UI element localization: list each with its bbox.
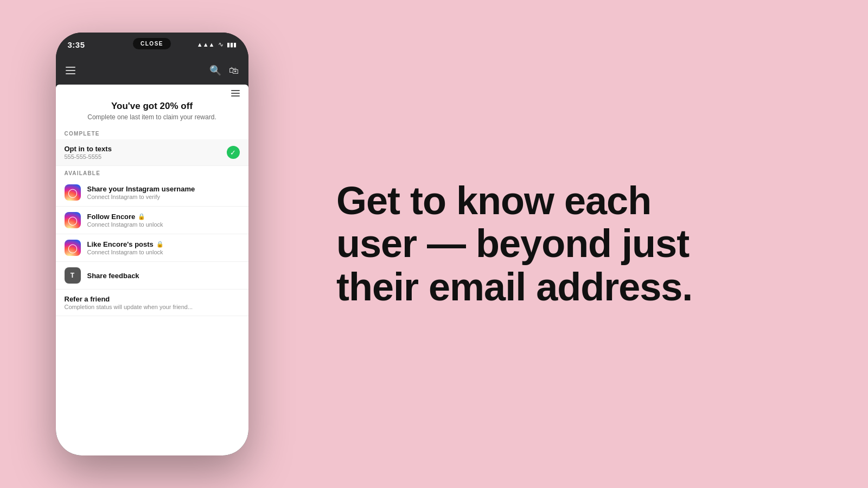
- available-section-label: AVAILABLE: [56, 166, 248, 179]
- item-text: Refer a friend Completion status will up…: [65, 295, 240, 310]
- item-title: Refer a friend: [65, 295, 110, 303]
- content-menu-row: [56, 85, 248, 99]
- list-item[interactable]: ◯ Follow Encore 🔒 Connect Instagram to u…: [56, 207, 248, 234]
- item-title: Follow Encore: [87, 213, 136, 221]
- reward-title: You've got 20% off: [69, 101, 235, 112]
- list-item[interactable]: ◯ Share your Instagram username Connect …: [56, 179, 248, 207]
- instagram-icon: ◯: [65, 212, 81, 228]
- hamburger-menu-icon[interactable]: [66, 67, 75, 74]
- item-text: Opt in to texts 555-555-5555: [65, 145, 220, 160]
- complete-section-label: COMPLETE: [56, 126, 248, 139]
- phone-content: You've got 20% off Complete one last ite…: [56, 85, 248, 455]
- status-bar: 3:35 CLOSE ▲▲▲ ∿ ▮▮▮: [56, 33, 248, 56]
- tagline-line2: user — beyond just: [336, 222, 689, 265]
- tagline-line3: their email address.: [336, 265, 692, 309]
- item-sub: 555-555-5555: [65, 153, 220, 160]
- bag-icon[interactable]: 🛍: [229, 65, 239, 76]
- item-title: Share your Instagram username: [87, 185, 195, 193]
- tagline-line1: Get to know each: [336, 179, 651, 222]
- lock-icon: 🔒: [156, 241, 164, 248]
- item-title-row: Refer a friend: [65, 295, 240, 303]
- instagram-icon: ◯: [65, 184, 81, 201]
- status-icons: ▲▲▲ ∿ ▮▮▮: [197, 41, 237, 48]
- tagline: Get to know each user — beyond just thei…: [336, 179, 692, 309]
- feedback-icon: T: [65, 267, 81, 284]
- right-panel: Get to know each user — beyond just thei…: [304, 147, 868, 341]
- phone-mockup: 3:35 CLOSE ▲▲▲ ∿ ▮▮▮ 🔍 🛍: [56, 33, 248, 455]
- item-title-row: Follow Encore 🔒: [87, 213, 240, 221]
- list-item[interactable]: T Share feedback: [56, 262, 248, 290]
- item-title-row: Share feedback: [87, 272, 240, 280]
- status-time: 3:35: [68, 40, 85, 49]
- reward-header: You've got 20% off Complete one last ite…: [56, 99, 248, 126]
- item-text: Share feedback: [87, 272, 240, 280]
- item-title: Like Encore's posts: [87, 240, 154, 248]
- close-button[interactable]: CLOSE: [133, 38, 171, 49]
- item-title-row: Like Encore's posts 🔒: [87, 240, 240, 248]
- left-panel: 3:35 CLOSE ▲▲▲ ∿ ▮▮▮ 🔍 🛍: [0, 0, 304, 488]
- item-sub: Connect Instagram to unlock: [87, 249, 240, 255]
- search-icon[interactable]: 🔍: [209, 65, 221, 76]
- reward-subtitle: Complete one last item to claim your rew…: [69, 113, 235, 121]
- app-navbar: 🔍 🛍: [56, 56, 248, 85]
- item-sub: Connect Instagram to unlock: [87, 221, 240, 228]
- list-item[interactable]: ◯ Like Encore's posts 🔒 Connect Instagra…: [56, 234, 248, 262]
- list-item[interactable]: Refer a friend Completion status will up…: [56, 290, 248, 316]
- item-text: Like Encore's posts 🔒 Connect Instagram …: [87, 240, 240, 255]
- wifi-icon: ∿: [218, 41, 224, 48]
- signal-icon: ▲▲▲: [197, 41, 215, 48]
- list-item[interactable]: Opt in to texts 555-555-5555 ✓: [56, 139, 248, 166]
- content-menu-icon[interactable]: [231, 90, 240, 97]
- item-title: Share feedback: [87, 272, 139, 280]
- item-sub: Connect Instagram to verify: [87, 194, 240, 200]
- item-title-row: Share your Instagram username: [87, 185, 240, 193]
- check-icon: ✓: [227, 146, 240, 159]
- item-title-row: Opt in to texts: [65, 145, 220, 153]
- nav-right-icons: 🔍 🛍: [209, 65, 239, 76]
- item-title: Opt in to texts: [65, 145, 112, 153]
- lock-icon: 🔒: [138, 213, 145, 220]
- battery-icon: ▮▮▮: [227, 41, 237, 48]
- item-text: Share your Instagram username Connect In…: [87, 185, 240, 200]
- item-text: Follow Encore 🔒 Connect Instagram to unl…: [87, 213, 240, 228]
- instagram-icon: ◯: [65, 240, 81, 256]
- item-sub: Completion status will update when your …: [65, 304, 240, 310]
